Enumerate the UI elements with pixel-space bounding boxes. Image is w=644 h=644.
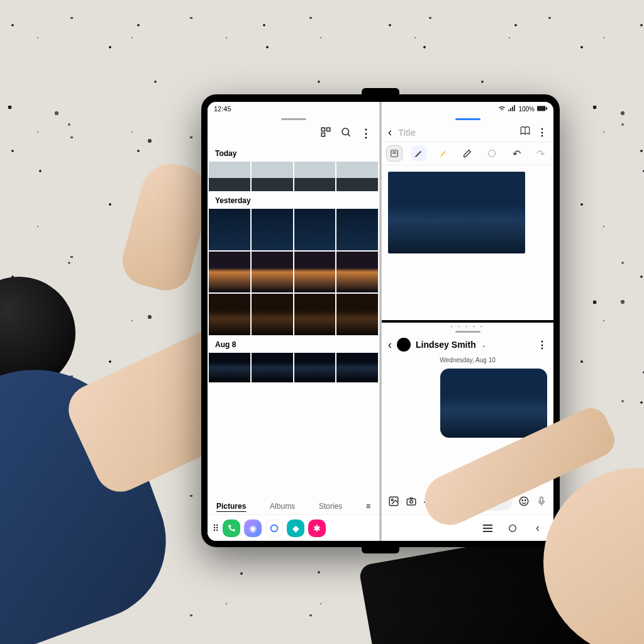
thumbnail-row [208, 162, 379, 191]
photo-thumbnail[interactable] [252, 294, 293, 335]
svg-rect-1 [327, 128, 330, 131]
right-pane: 100% ‹ Title ⋮ [382, 102, 553, 541]
notes-app: 100% ‹ Title ⋮ [382, 102, 553, 323]
svg-rect-2 [321, 133, 325, 136]
foldable-phone: 12:45 ⋮ Today [201, 94, 560, 547]
eraser-tool-icon[interactable] [460, 146, 475, 161]
highlighter-tool-icon[interactable] [436, 146, 451, 161]
section-yesterday: Yesterday [208, 191, 379, 209]
photo-thumbnail[interactable] [209, 353, 250, 382]
camera-icon[interactable] [406, 496, 417, 509]
more-icon[interactable]: ⋮ [537, 339, 547, 351]
chat-composer: + [382, 491, 553, 514]
tab-stories[interactable]: Stories [319, 502, 342, 511]
back-icon[interactable]: ‹ [388, 126, 392, 139]
home-button[interactable] [507, 523, 518, 534]
svg-line-4 [348, 134, 350, 136]
photo-thumbnail[interactable] [209, 209, 250, 250]
thumbnail-row [208, 353, 379, 382]
more-icon[interactable]: ⋮ [537, 126, 547, 138]
photo-thumbnail[interactable] [209, 162, 250, 191]
messages-app: • • • • • ‹ Lindsey Smith ⌄ ⋮ Wednesday,… [382, 323, 553, 541]
photo-thumbnail[interactable] [336, 209, 378, 250]
text-tool-icon[interactable] [387, 146, 402, 161]
menu-icon[interactable]: ≡ [366, 502, 370, 511]
pen-tool-icon[interactable] [411, 146, 426, 161]
status-time: 12:45 [214, 105, 231, 113]
svg-point-3 [342, 128, 349, 135]
photo-thumbnail[interactable] [336, 162, 378, 191]
image-icon[interactable] [388, 496, 399, 509]
photo-thumbnail[interactable] [294, 209, 336, 250]
app-phone-icon[interactable] [223, 519, 240, 537]
svg-point-25 [509, 525, 516, 531]
undo-icon[interactable]: ↶ [509, 146, 524, 161]
notes-toolbar: ↶ ↷ [382, 142, 553, 165]
app-teal-icon[interactable]: ◆ [287, 519, 304, 537]
svg-point-16 [489, 150, 496, 157]
nav-bar-right: ‹ [382, 514, 553, 541]
chat-body[interactable] [382, 365, 553, 491]
gallery-toolbar: ⋮ [208, 121, 379, 144]
app-gallery-icon[interactable]: ✱ [308, 519, 326, 537]
svg-rect-11 [546, 108, 547, 110]
photo-thumbnail[interactable] [294, 353, 336, 382]
avatar[interactable] [397, 338, 411, 352]
nav-bar-left: ⠿ ◉ ◆ ✱ [208, 514, 379, 541]
photo-thumbnail[interactable] [252, 252, 293, 293]
notes-title-input[interactable]: Title [398, 127, 513, 138]
svg-rect-24 [540, 497, 543, 502]
left-pane-gallery: 12:45 ⋮ Today [208, 102, 379, 541]
search-icon[interactable] [340, 126, 352, 140]
feed-icon[interactable] [320, 126, 331, 140]
svg-rect-10 [537, 106, 545, 111]
notes-canvas[interactable] [382, 165, 553, 320]
tab-albums[interactable]: Albums [270, 502, 295, 511]
photo-thumbnail[interactable] [336, 294, 378, 335]
redo-icon[interactable]: ↷ [533, 146, 548, 161]
message-input[interactable] [437, 494, 512, 511]
photo-thumbnail[interactable] [294, 252, 336, 293]
signal-icon [508, 105, 516, 113]
photo-thumbnail[interactable] [252, 209, 293, 250]
drag-handle[interactable] [281, 118, 306, 120]
drag-handle[interactable] [455, 331, 480, 333]
photo-thumbnail[interactable] [294, 294, 336, 335]
lasso-tool-icon[interactable] [484, 146, 499, 161]
status-bar-right: 100% [382, 102, 553, 116]
mic-icon[interactable] [536, 496, 547, 509]
photo-thumbnail[interactable] [209, 294, 250, 335]
section-aug8: Aug 8 [208, 335, 379, 353]
split-handle-icon[interactable]: • • • • • [382, 325, 553, 328]
photo-thumbnail[interactable] [209, 252, 250, 293]
svg-rect-19 [407, 499, 416, 505]
photo-thumbnail[interactable] [252, 353, 293, 382]
svg-rect-7 [510, 108, 511, 111]
chat-contact-name[interactable]: Lindsey Smith [416, 340, 476, 350]
svg-point-20 [410, 501, 413, 504]
back-button[interactable]: ‹ [532, 523, 543, 534]
reader-icon[interactable] [519, 125, 531, 139]
chevron-down-icon[interactable]: ⌄ [481, 341, 486, 348]
thumbnail-row [208, 209, 379, 335]
more-icon[interactable]: ⋮ [360, 126, 372, 140]
section-today: Today [208, 144, 379, 162]
apps-grid-icon[interactable]: ⠿ [213, 523, 219, 533]
emoji-icon[interactable] [518, 496, 530, 509]
app-bixby-icon[interactable]: ◉ [244, 519, 262, 537]
photo-thumbnail[interactable] [336, 252, 378, 293]
svg-rect-9 [514, 105, 515, 111]
photo-thumbnail[interactable] [336, 353, 378, 382]
plus-icon[interactable]: + [423, 496, 431, 510]
chat-message-image[interactable] [440, 369, 547, 438]
svg-point-23 [525, 500, 526, 501]
tab-pictures[interactable]: Pictures [216, 502, 246, 511]
note-embedded-image[interactable] [388, 172, 525, 253]
app-google-icon[interactable] [265, 519, 283, 537]
wifi-icon [498, 105, 506, 113]
back-icon[interactable]: ‹ [388, 338, 392, 352]
photo-thumbnail[interactable] [294, 162, 336, 191]
drag-handle[interactable] [455, 118, 480, 120]
recents-button[interactable] [482, 523, 493, 534]
photo-thumbnail[interactable] [252, 162, 293, 191]
